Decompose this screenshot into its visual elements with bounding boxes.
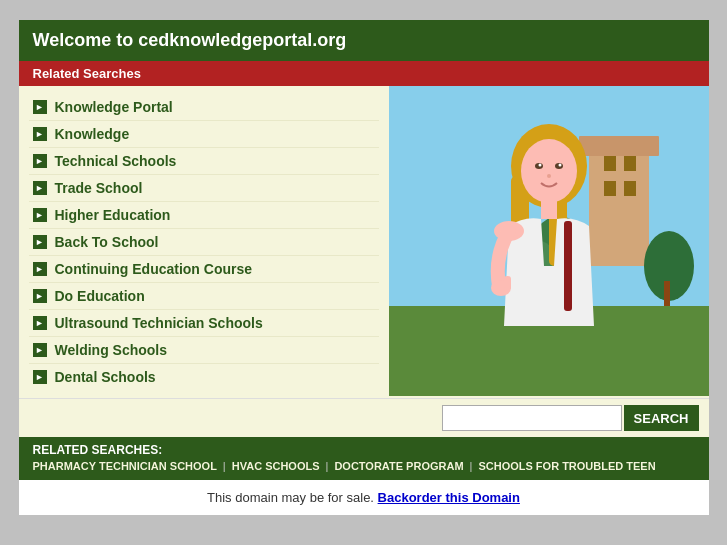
svg-rect-3 <box>604 156 616 171</box>
link-knowledge[interactable]: Knowledge <box>55 126 130 142</box>
svg-point-16 <box>521 139 577 203</box>
svg-rect-1 <box>589 146 649 266</box>
arrow-icon: ► <box>33 370 47 384</box>
svg-point-19 <box>538 164 541 167</box>
link-do-education[interactable]: Do Education <box>55 288 145 304</box>
svg-rect-5 <box>604 181 616 196</box>
link-continuing-education-course[interactable]: Continuing Education Course <box>55 261 253 277</box>
backorder-link[interactable]: Backorder this Domain <box>378 490 520 505</box>
links-column: ► Knowledge Portal ► Knowledge ► Technic… <box>19 86 389 398</box>
svg-rect-22 <box>541 199 557 219</box>
arrow-icon: ► <box>33 289 47 303</box>
arrow-icon: ► <box>33 316 47 330</box>
list-item: ► Dental Schools <box>29 364 379 390</box>
list-item: ► Knowledge <box>29 121 379 148</box>
bottom-link-0[interactable]: PHARMACY TECHNICIAN SCHOOL <box>33 460 217 472</box>
bottom-related-bar: RELATED SEARCHES: PHARMACY TECHNICIAN SC… <box>19 437 709 480</box>
related-searches-bar: Related Searches <box>19 61 709 86</box>
svg-rect-26 <box>504 276 511 290</box>
arrow-icon: ► <box>33 208 47 222</box>
bottom-separator: | <box>326 460 329 472</box>
list-item: ► Continuing Education Course <box>29 256 379 283</box>
svg-rect-2 <box>579 136 659 156</box>
list-item: ► Do Education <box>29 283 379 310</box>
list-item: ► Welding Schools <box>29 337 379 364</box>
list-item: ► Ultrasound Technician Schools <box>29 310 379 337</box>
link-trade-school[interactable]: Trade School <box>55 180 143 196</box>
link-welding-schools[interactable]: Welding Schools <box>55 342 168 358</box>
page-wrapper: Welcome to cedknowledgeportal.org Relate… <box>19 20 709 515</box>
link-back-to-school[interactable]: Back To School <box>55 234 159 250</box>
link-dental-schools[interactable]: Dental Schools <box>55 369 156 385</box>
header-bar: Welcome to cedknowledgeportal.org <box>19 20 709 61</box>
bottom-link-1[interactable]: HVAC SCHOOLS <box>232 460 320 472</box>
bottom-link-3[interactable]: SCHOOLS FOR TROUBLED TEEN <box>478 460 655 472</box>
search-input[interactable] <box>442 405 622 431</box>
image-column <box>389 86 709 398</box>
arrow-icon: ► <box>33 127 47 141</box>
arrow-icon: ► <box>33 100 47 114</box>
search-button[interactable]: SEARCH <box>624 405 699 431</box>
svg-rect-11 <box>664 281 670 306</box>
bottom-link-2[interactable]: DOCTORATE PROGRAM <box>334 460 463 472</box>
link-technical-schools[interactable]: Technical Schools <box>55 153 177 169</box>
svg-rect-4 <box>624 156 636 171</box>
page-title: Welcome to cedknowledgeportal.org <box>33 30 347 50</box>
link-ultrasound-technician-schools[interactable]: Ultrasound Technician Schools <box>55 315 263 331</box>
footer-text: This domain may be for sale. <box>207 490 374 505</box>
svg-point-21 <box>547 174 551 178</box>
bottom-related-title: RELATED SEARCHES: <box>33 443 695 457</box>
arrow-icon: ► <box>33 154 47 168</box>
footer: This domain may be for sale. Backorder t… <box>19 480 709 515</box>
list-item: ► Technical Schools <box>29 148 379 175</box>
link-knowledge-portal[interactable]: Knowledge Portal <box>55 99 173 115</box>
student-photo <box>389 86 709 396</box>
bottom-links-container: PHARMACY TECHNICIAN SCHOOL | HVAC SCHOOL… <box>33 460 695 472</box>
arrow-icon: ► <box>33 235 47 249</box>
svg-rect-6 <box>624 181 636 196</box>
list-item: ► Trade School <box>29 175 379 202</box>
svg-rect-23 <box>564 221 572 311</box>
link-higher-education[interactable]: Higher Education <box>55 207 171 223</box>
list-item: ► Knowledge Portal <box>29 94 379 121</box>
main-content: ► Knowledge Portal ► Knowledge ► Technic… <box>19 86 709 398</box>
list-item: ► Higher Education <box>29 202 379 229</box>
svg-point-20 <box>558 164 561 167</box>
bottom-separator: | <box>223 460 226 472</box>
arrow-icon: ► <box>33 262 47 276</box>
bottom-separator: | <box>470 460 473 472</box>
related-searches-label: Related Searches <box>33 66 141 81</box>
list-item: ► Back To School <box>29 229 379 256</box>
arrow-icon: ► <box>33 181 47 195</box>
search-row: SEARCH <box>19 398 709 437</box>
arrow-icon: ► <box>33 343 47 357</box>
